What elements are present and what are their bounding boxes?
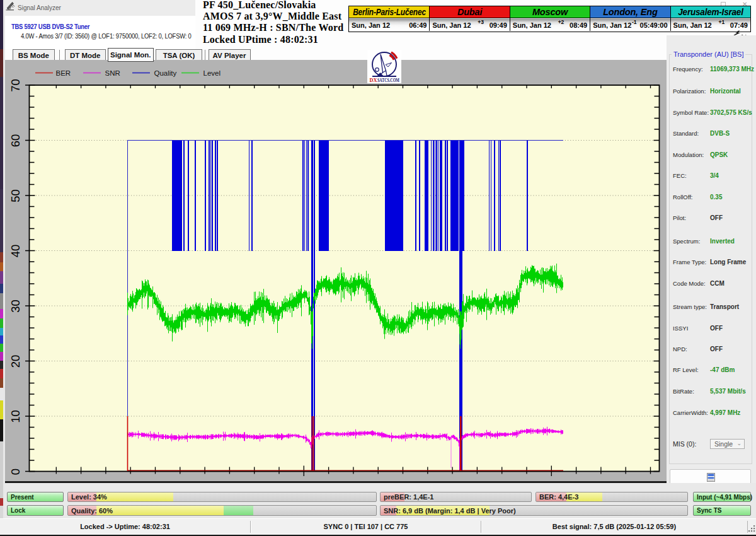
svg-text:10: 10 — [9, 410, 22, 423]
svg-text:Quality: Quality — [154, 69, 177, 77]
svg-text:20: 20 — [9, 355, 22, 368]
svg-text:60: 60 — [9, 134, 22, 148]
svg-text:DX: DX — [370, 77, 377, 83]
svg-text:0: 0 — [9, 469, 22, 475]
svg-text:BER: BER — [56, 69, 71, 77]
svg-text:Level: Level — [203, 69, 221, 77]
svg-text:SATCS.COM: SATCS.COM — [377, 77, 399, 83]
svg-text:30: 30 — [9, 300, 22, 313]
svg-text:40: 40 — [9, 245, 22, 258]
svg-text:SNR: SNR — [105, 69, 120, 77]
svg-text:70: 70 — [9, 79, 22, 92]
svg-text:50: 50 — [9, 189, 22, 202]
